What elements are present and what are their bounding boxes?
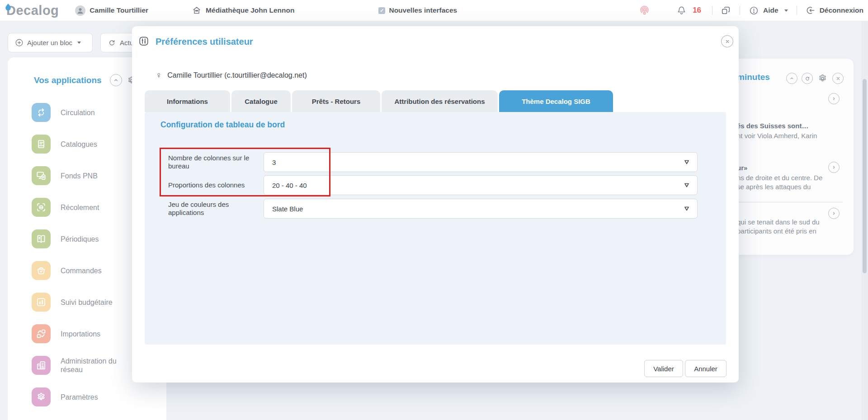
color-scheme-label: Jeu de couleurs des applications [168,201,256,217]
catalogues-icon [32,135,51,154]
library-chip[interactable]: Médiathèque John Lennon [192,5,294,15]
open-article-button[interactable] [828,93,840,104]
logout-label: Déconnexion [820,6,863,14]
form-row-color-scheme: Jeu de couleurs des applications Slate B… [145,199,726,219]
close-icon [835,76,841,81]
columns-proportions-label: Proportions des colonnes [168,181,256,189]
close-modal-button[interactable] [721,35,733,47]
logo-drop-icon [5,4,11,10]
news-widget: minutes és des Suisses sont… nt voir Vio… [723,59,854,255]
help-label: Aide [763,6,778,14]
plus-circle-icon [14,38,24,47]
user-avatar [75,5,85,16]
refresh-widget-button[interactable] [802,73,813,84]
periodiques-icon [32,229,51,248]
form-row-columns-proportions: Proportions des colonnes 20 - 40 - 40 [145,175,726,195]
help-menu[interactable]: Aide [749,5,788,16]
sidebar-title: Vos applications [34,75,102,85]
open-article-button[interactable] [828,208,840,219]
modal-title: Préférences utilisateur [156,37,253,47]
add-block-button[interactable]: Ajouter un bloc [8,33,93,52]
chevron-down-icon [77,42,81,44]
logout-icon [805,5,816,16]
tab-theme-decalog-sigb[interactable]: Thème Decalog SIGB [499,90,613,112]
chevron-up-icon [113,77,119,84]
gear-icon [817,73,828,84]
broadcast-icon[interactable] [638,5,651,17]
modal-user-line: ♀ Camille Tourtillier (c.tourtillier@dec… [156,70,307,80]
new-interfaces-label: Nouvelles interfaces [389,6,457,14]
color-scheme-select[interactable]: Slate Blue [264,199,698,219]
library-name: Médiathèque John Lennon [206,6,294,14]
news-article[interactable]: qui se tenait dans le sud du participant… [737,218,827,236]
administration-icon [32,356,51,375]
news-article[interactable]: és des Suisses sont… nt voir Viola Amher… [737,122,827,140]
tab-prets-retours[interactable]: Prêts - Retours [292,90,380,112]
open-article-button[interactable] [828,162,840,173]
user-preferences-modal: Préférences utilisateur ♀ Camille Tourti… [132,26,739,383]
scrollbar-track[interactable] [861,21,868,420]
chevron-down-icon [784,9,788,12]
tab-catalogue[interactable]: Catalogue [231,90,291,112]
refresh-icon [107,38,117,47]
female-icon: ♀ [156,70,162,80]
user-name: Camille Tourtillier [90,6,148,14]
preferences-icon [137,35,150,47]
sidebar-item-parametres[interactable]: Paramètres [8,387,166,406]
collapse-button[interactable] [110,74,122,86]
dropdown-arrow-icon [682,158,691,167]
cancel-button[interactable]: Annuler [685,360,726,377]
scrollbar-thumb[interactable] [863,79,867,273]
logout-button[interactable]: Déconnexion [805,5,863,16]
commandes-icon [32,261,51,280]
chevron-right-icon [831,96,837,102]
windows-stack-icon[interactable] [720,5,731,16]
collapse-button[interactable] [786,73,797,84]
divider [737,202,843,202]
circulation-icon [32,103,51,122]
divider [712,6,712,15]
columns-count-select[interactable]: 3 [264,152,698,172]
refresh-icon [804,75,811,82]
decalog-logo[interactable]: Decalog [6,3,59,18]
new-interfaces-toggle[interactable]: ✓ Nouvelles interfaces [378,6,457,14]
house-icon [192,5,202,15]
recolement-icon [32,198,51,217]
news-article[interactable]: ur» ns de droite et du centre. De se apr… [737,164,827,191]
section-title: Configuration de tableau de bord [160,120,285,130]
exclamation-circle-icon [749,5,759,16]
columns-proportions-select[interactable]: 20 - 40 - 40 [264,175,698,195]
tab-informations[interactable]: Informations [145,90,230,112]
checkbox-checked-icon[interactable]: ✓ [378,7,385,14]
current-user-chip[interactable]: Camille Tourtillier [75,5,148,16]
dropdown-arrow-icon [682,204,691,213]
columns-count-label: Nombre de colonnes sur le bureau [168,154,256,170]
dropdown-arrow-icon [682,181,691,190]
chevron-right-icon [831,164,837,170]
divider [797,6,797,15]
close-icon [725,39,730,44]
bell-icon[interactable] [676,5,687,16]
divider [740,6,740,15]
fonds-pnb-icon [32,166,51,185]
widget-settings-button[interactable] [817,73,828,84]
notification-count-badge[interactable]: 16 [693,6,701,15]
parametres-icon [32,387,51,406]
chevron-right-icon [831,210,837,216]
close-widget-button[interactable] [832,73,844,84]
preferences-tabs: Informations Catalogue Prêts - Retours A… [145,90,614,112]
tab-content-panel: Configuration de tableau de bord Nombre … [145,112,726,345]
chevron-up-icon [789,75,795,81]
importations-icon [32,324,51,343]
topbar: Decalog Camille Tourtillier Médiathèque … [0,0,868,21]
news-widget-title: minutes [737,72,770,82]
validate-button[interactable]: Valider [644,360,683,377]
form-row-columns-count: Nombre de colonnes sur le bureau 3 [145,152,726,172]
tab-attribution-reservations[interactable]: Attribution des réservations [382,90,498,112]
suivi-icon [32,293,51,312]
